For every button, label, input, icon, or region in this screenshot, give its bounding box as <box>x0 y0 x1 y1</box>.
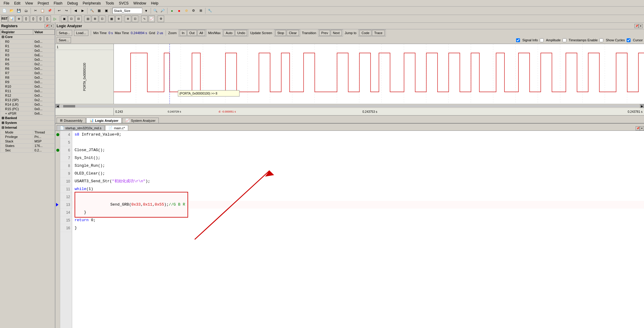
la-close-btn[interactable]: ✕ <box>639 24 643 28</box>
banked-group-row[interactable]: ⊞ Banked <box>0 116 55 121</box>
tab-startup[interactable]: 📄 startup_stm32f10x_md.s <box>57 125 105 130</box>
window-btn[interactable]: ⊞ <box>197 7 204 14</box>
menu-project[interactable]: Project <box>35 1 51 6</box>
reset-btn[interactable]: ⊘ <box>183 7 190 14</box>
la-load-btn[interactable]: Load... <box>74 30 88 36</box>
la-zoom-all-btn[interactable]: All <box>197 30 205 36</box>
menu-peripherals[interactable]: Peripherals <box>80 1 103 6</box>
la-undo-btn[interactable]: Undo <box>235 30 247 36</box>
rst-btn[interactable]: RST <box>1 16 8 22</box>
run-btn[interactable]: ● <box>169 7 175 14</box>
redo-btn[interactable]: ↪ <box>63 7 69 14</box>
dbg-btn2[interactable]: ⊗ <box>16 16 22 22</box>
fwd-btn[interactable]: ▶ <box>79 7 86 14</box>
tab-system-analyzer[interactable]: 📈 System Analyzer <box>122 118 159 123</box>
la-clear-btn[interactable]: Clear <box>287 30 299 36</box>
stop-btn[interactable]: ■ <box>176 7 182 14</box>
la-next-btn[interactable]: Next <box>331 30 342 36</box>
copy-btn[interactable]: 📋 <box>39 7 46 14</box>
scroll-track[interactable] <box>60 105 639 107</box>
dbg-cpu1[interactable]: ▣ <box>61 16 67 22</box>
editor-pin-btn[interactable]: 📌 <box>636 126 640 130</box>
dropdown-btn[interactable]: ▼ <box>143 7 149 14</box>
dbg-btn1[interactable]: 📊 <box>8 16 15 22</box>
la-amplitude-check[interactable] <box>540 38 544 42</box>
dbg-chart[interactable]: 📈 <box>148 16 155 22</box>
scroll-thumb[interactable] <box>63 105 75 107</box>
dbg-extra1[interactable]: ⊛ <box>125 16 131 22</box>
la-timestamps-check[interactable] <box>563 38 566 42</box>
menu-svcs[interactable]: SVCS <box>117 1 131 6</box>
dbg-braces4[interactable]: {}. <box>44 16 51 22</box>
banked-group-label[interactable]: ⊞ Banked <box>0 116 55 121</box>
dbg-braces2[interactable]: {} <box>30 16 37 22</box>
la-cursor-check[interactable] <box>627 38 631 42</box>
back-btn[interactable]: ◀ <box>72 7 79 14</box>
batch2-btn[interactable]: ▣ <box>103 7 110 14</box>
core-group-row[interactable]: ⊟ Core <box>0 35 55 40</box>
la-save-btn[interactable]: Save... <box>57 37 71 43</box>
system-group-label[interactable]: ⊞ System <box>0 121 55 125</box>
la-prev-btn[interactable]: Prev <box>319 30 330 36</box>
dbg-run-arrow[interactable]: ▷ <box>52 16 58 22</box>
menu-file[interactable]: File <box>1 1 12 6</box>
open-btn[interactable]: 📂 <box>8 7 15 14</box>
dbg-braces1[interactable]: {} <box>23 16 29 22</box>
la-stop-btn[interactable]: Stop <box>275 30 286 36</box>
dbg-view1[interactable]: ▦ <box>108 16 115 22</box>
menu-edit[interactable]: Edit <box>12 1 23 6</box>
la-signalinfo-check[interactable] <box>516 38 520 42</box>
system-group-row[interactable]: ⊞ System <box>0 121 55 125</box>
scroll-left-btn[interactable]: ◀ <box>55 104 60 108</box>
new-btn[interactable]: 📄 <box>1 7 8 14</box>
la-zoom-out-btn[interactable]: Out <box>187 30 197 36</box>
la-trace-btn[interactable]: Trace <box>372 30 385 36</box>
la-pin-btn[interactable]: 📌 <box>634 24 639 28</box>
dbg-wave[interactable]: ∿ <box>141 16 148 22</box>
internal-group-label[interactable]: ⊟ Internal <box>0 125 55 130</box>
menu-flash[interactable]: Flash <box>51 1 65 6</box>
menu-help[interactable]: Help <box>149 1 161 6</box>
dbg-braces3[interactable]: {} <box>37 16 44 22</box>
menu-debug[interactable]: Debug <box>65 1 80 6</box>
scroll-right-btn[interactable]: ▶ <box>640 104 644 108</box>
cut-btn[interactable]: ✂ <box>32 7 39 14</box>
search-btn[interactable]: 🔍 <box>152 7 159 14</box>
menu-tools[interactable]: Tools <box>103 1 117 6</box>
la-setup-btn[interactable]: Setup... <box>57 30 72 36</box>
la-zoom-in-btn[interactable]: In <box>180 30 187 36</box>
registers-pin-btn[interactable]: 📌 <box>45 24 49 28</box>
registers-close-btn[interactable]: ✕ <box>49 24 54 28</box>
dbg-mem3[interactable]: ⊡ <box>99 16 105 22</box>
dbg-mem2[interactable]: ⊞ <box>92 16 98 22</box>
la-waveform-canvas[interactable]: (PORTA_0x00000100) >> 8 <box>114 44 644 104</box>
la-code-btn[interactable]: Code <box>359 30 371 36</box>
dbg-view2[interactable]: ⊕ <box>115 16 122 22</box>
internal-group-row[interactable]: ⊟ Internal <box>0 125 55 130</box>
save-btn[interactable]: 💾 <box>16 7 22 14</box>
tab-main[interactable]: 📄 main.c* <box>105 125 128 130</box>
la-auto-btn[interactable]: Auto <box>223 30 235 36</box>
dbg-cpu2[interactable]: ⊡ <box>68 16 75 22</box>
save-all-btn[interactable]: 🗂 <box>23 7 29 14</box>
tab-disassembly[interactable]: ⊞ Disassembly <box>57 118 86 123</box>
tools-btn[interactable]: 🔧 <box>207 7 213 14</box>
menu-window[interactable]: Window <box>131 1 149 6</box>
la-hscroll[interactable]: ◀ ▶ <box>55 104 644 108</box>
batch-btn[interactable]: ▦ <box>96 7 102 14</box>
dbg-extra2[interactable]: ⊡ <box>132 16 138 22</box>
find-btn[interactable]: 🔎 <box>159 7 166 14</box>
dbg-cpu3[interactable]: ⊟ <box>75 16 82 22</box>
dbg-settings[interactable]: ⚙ <box>158 16 164 22</box>
undo-btn[interactable]: ↩ <box>56 7 62 14</box>
editor-close-btn[interactable]: ✕ <box>640 126 644 130</box>
build-btn[interactable]: 🔨 <box>89 7 95 14</box>
dbg-mem1[interactable]: ▤ <box>84 16 91 22</box>
tab-logic-analyzer[interactable]: 📊 Logic Analyzer <box>86 118 122 123</box>
menu-view[interactable]: View <box>23 1 35 6</box>
paste-btn[interactable]: 📌 <box>46 7 53 14</box>
stack-size-input[interactable] <box>112 8 142 14</box>
la-showcycles-check[interactable] <box>599 38 603 42</box>
gear-btn[interactable]: ⚙ <box>190 7 197 14</box>
core-group-label[interactable]: ⊟ Core <box>0 35 55 40</box>
